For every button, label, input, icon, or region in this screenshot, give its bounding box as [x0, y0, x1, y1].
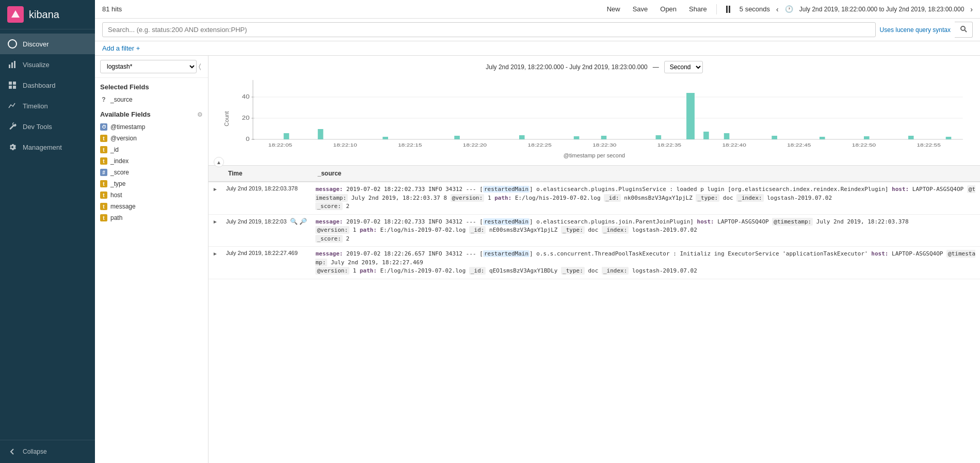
sidebar-item-timelion[interactable]: Timelion	[0, 95, 95, 116]
timelion-icon	[7, 101, 18, 111]
settings-icon[interactable]: ⚙	[197, 111, 203, 118]
sidebar-item-dashboard[interactable]: Dashboard	[0, 75, 95, 95]
source-restarted-main-3: restartedMain	[483, 250, 529, 257]
svg-text:18:22:50: 18:22:50	[852, 142, 876, 147]
expand-col-header	[208, 166, 222, 182]
svg-text:18:22:55: 18:22:55	[917, 142, 940, 147]
field-version[interactable]: t @version	[95, 133, 208, 144]
selected-field-source[interactable]: ? _source	[95, 94, 208, 105]
selected-field-source-name: _source	[110, 96, 133, 103]
field-timestamp[interactable]: ⏱ @timestamp	[95, 121, 208, 133]
source-restarted-main-2: restartedMain	[483, 218, 529, 225]
sidebar: kibana Discover Visualize Dashboard Time…	[0, 0, 95, 463]
sidebar-item-management[interactable]: Management	[0, 137, 95, 157]
field-score[interactable]: # _score	[95, 167, 208, 178]
svg-rect-29	[703, 132, 709, 139]
source-key-message: message:	[315, 186, 343, 193]
sidebar-item-devtools-label: Dev Tools	[23, 123, 52, 131]
filter-bar: Add a filter +	[95, 41, 980, 56]
source-score-key-2: _score:	[315, 235, 342, 243]
expand-row-button-3[interactable]: ►	[213, 251, 218, 257]
search-hint[interactable]: Uses lucene query syntax	[880, 26, 951, 34]
topbar: 81 hits New Save Open Share 5 seconds ‹ …	[95, 0, 980, 19]
source-type-key1: _type:	[696, 194, 719, 202]
save-button[interactable]: Save	[630, 4, 651, 14]
field-index[interactable]: t _index	[95, 155, 208, 167]
field-path-name: path	[110, 214, 122, 221]
refresh-interval: 5 seconds	[740, 5, 770, 13]
panel-collapse-button[interactable]: 〈	[197, 60, 203, 73]
results-table: Time _source ► July 2nd 2019, 18:22:03.3…	[208, 166, 980, 279]
content-area: logstash* 〈 Selected Fields ? _source Av…	[95, 56, 980, 463]
source-type-key-3: _type:	[561, 267, 585, 275]
add-filter-button[interactable]: Add a filter +	[102, 44, 140, 52]
row-expand-cell-2: ►	[208, 214, 222, 247]
chart-header: July 2nd 2019, 18:22:00.000 - July 2nd 2…	[219, 61, 970, 73]
svg-rect-31	[772, 136, 777, 139]
svg-text:0: 0	[246, 136, 250, 142]
svg-text:18:22:30: 18:22:30	[592, 142, 616, 147]
time-prev-button[interactable]: ‹	[776, 5, 779, 13]
row-source-cell: message: 2019-07-02 18:22:02.733 INFO 34…	[311, 182, 980, 214]
field-id[interactable]: t _id	[95, 144, 208, 155]
svg-line-9	[965, 30, 967, 33]
expand-row-button-2[interactable]: ►	[213, 219, 218, 225]
svg-text:18:22:10: 18:22:10	[333, 142, 357, 147]
field-path[interactable]: t path	[95, 212, 208, 223]
svg-text:18:22:25: 18:22:25	[528, 142, 552, 147]
sidebar-item-discover[interactable]: Discover	[0, 34, 95, 54]
svg-rect-7	[13, 86, 16, 89]
source-key-message-3: message:	[315, 250, 343, 257]
sidebar-item-timelion-label: Timelion	[23, 102, 48, 110]
results-area: Time _source ► July 2nd 2019, 18:22:03.3…	[208, 166, 980, 463]
main-panel: 〈 July 2nd 2019, 18:22:00.000 - July 2nd…	[208, 56, 980, 463]
collapse-button[interactable]: Collapse	[0, 440, 95, 463]
field-score-name: _score	[110, 169, 129, 176]
pause-button[interactable]	[723, 5, 733, 14]
svg-rect-6	[9, 86, 12, 89]
interval-selector[interactable]: Second	[664, 61, 703, 73]
zoom-in-button[interactable]: 🔍	[290, 218, 298, 225]
table-row: ► July 2nd 2019, 18:22:03.378 message: 2…	[208, 182, 980, 214]
chart-collapse-up-button[interactable]: ▲	[214, 157, 224, 167]
bar-chart-icon	[7, 59, 18, 70]
source-id-key-3: _id:	[469, 267, 486, 275]
share-button[interactable]: Share	[686, 4, 710, 14]
zoom-out-button[interactable]: 🔎	[299, 218, 307, 225]
text-field-icon-index: t	[100, 157, 107, 165]
search-button[interactable]	[955, 22, 973, 38]
sidebar-item-visualize[interactable]: Visualize	[0, 54, 95, 75]
text-field-icon-version: t	[100, 135, 107, 142]
sidebar-item-dashboard-label: Dashboard	[23, 82, 56, 89]
index-pattern-dropdown[interactable]: logstash*	[100, 60, 197, 73]
svg-rect-33	[864, 136, 870, 139]
compass-icon	[7, 39, 18, 49]
source-index-key1: _index:	[736, 194, 763, 202]
field-message-name: message	[110, 203, 136, 210]
svg-point-8	[961, 26, 965, 30]
open-button[interactable]: Open	[657, 4, 680, 14]
time-next-button[interactable]: ›	[970, 5, 973, 13]
svg-text:18:22:40: 18:22:40	[722, 142, 746, 147]
new-button[interactable]: New	[604, 4, 623, 14]
field-host[interactable]: t host	[95, 189, 208, 201]
gear-icon	[7, 142, 18, 152]
clock-field-icon: ⏱	[100, 123, 107, 131]
wrench-icon	[7, 121, 18, 132]
chart-area: 〈 July 2nd 2019, 18:22:00.000 - July 2nd…	[208, 56, 980, 166]
time-range-display: July 2nd 2019, 18:22:00.000 to July 2nd …	[799, 6, 965, 13]
clock-icon: 🕐	[785, 5, 793, 13]
field-id-name: _id	[110, 146, 119, 153]
chart-time-range: July 2nd 2019, 18:22:00.000 - July 2nd 2…	[486, 63, 648, 71]
chevron-left-icon	[7, 446, 18, 457]
search-input[interactable]	[102, 22, 876, 37]
field-message[interactable]: t message	[95, 201, 208, 212]
expand-row-button[interactable]: ►	[213, 186, 218, 192]
row-expand-cell-3: ►	[208, 247, 222, 279]
source-key-path-2: path:	[360, 227, 377, 233]
logo-text: kibana	[29, 9, 59, 21]
svg-rect-28	[686, 93, 695, 139]
sidebar-item-devtools[interactable]: Dev Tools	[0, 116, 95, 137]
source-restarted-main: restartedMain	[483, 186, 529, 193]
field-type[interactable]: t _type	[95, 178, 208, 189]
